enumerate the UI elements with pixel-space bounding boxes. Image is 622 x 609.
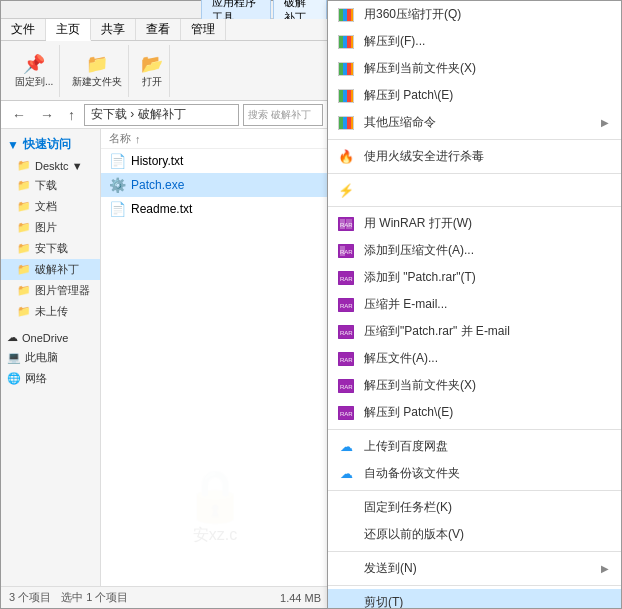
extractf-icon: [336, 34, 356, 50]
cm-sendto[interactable]: 发送到(N) ▶: [328, 555, 621, 582]
svg-rect-2: [343, 9, 347, 21]
tab-file[interactable]: 文件: [1, 19, 46, 40]
sidebar-item-thispc[interactable]: 💻 此电脑: [1, 347, 100, 368]
ribbon-toolbar: 📌 固定到... 📁 新建文件夹 📂 打开: [1, 41, 329, 101]
svg-rect-16: [339, 90, 343, 102]
svg-rect-24: [351, 117, 353, 129]
sidebar-item-pictures[interactable]: 📁 图片: [1, 217, 100, 238]
cm-extractpatch[interactable]: 解压到 Patch\(E): [328, 82, 621, 109]
tab-home[interactable]: 主页: [46, 19, 91, 41]
context-menu: 用360压缩打开(Q) 解压到(F)... 解压到当前文件夹(X): [327, 0, 622, 609]
cm-firesec[interactable]: 🔥 使用火绒安全进行杀毒: [328, 143, 621, 170]
forward-button[interactable]: →: [35, 105, 59, 125]
cm-sep5: [328, 490, 621, 491]
sidebar-item-onedrive[interactable]: ☁ OneDrive: [1, 328, 100, 347]
item-count: 3 个项目: [9, 590, 51, 605]
sidebar-quick-access[interactable]: ▼ 快速访问: [1, 133, 100, 156]
sidebar-item-anxz[interactable]: 📁 安下载: [1, 238, 100, 259]
cm-extractcurrent2[interactable]: RAR 解压到当前文件夹(X): [328, 372, 621, 399]
svg-rect-21: [339, 117, 343, 129]
unuploaded-folder-icon: 📁: [17, 305, 31, 318]
svg-text:RAR: RAR: [340, 303, 353, 309]
extra-tabs-bar: 应用程序工具 破解补丁: [1, 1, 329, 19]
watermark-icon: 🔒: [184, 467, 246, 525]
svg-rect-18: [347, 90, 351, 102]
cm-compressemail[interactable]: RAR 压缩并 E-mail...: [328, 291, 621, 318]
cm-baidu[interactable]: ☁ 上传到百度网盘: [328, 433, 621, 460]
sidebar-item-network[interactable]: 🌐 网络: [1, 368, 100, 389]
tab-share[interactable]: 共享: [91, 19, 136, 40]
cm-extractpatch2[interactable]: RAR 解压到 Patch\(E): [328, 399, 621, 426]
sidebar-item-patch[interactable]: 📁 破解补丁: [1, 259, 100, 280]
cm-extractf[interactable]: 解压到(F)...: [328, 28, 621, 55]
file-item-history[interactable]: 📄 History.txt: [101, 149, 329, 173]
svg-rect-1: [339, 9, 343, 21]
cm-sep4: [328, 429, 621, 430]
ribbon-group-clipboard: 📌 固定到...: [9, 45, 60, 97]
documents-folder-icon: 📁: [17, 200, 31, 213]
cm-sep7: [328, 585, 621, 586]
cm-unzip360open[interactable]: 用360压缩打开(Q): [328, 1, 621, 28]
cm-othercmd[interactable]: 其他压缩命令 ▶: [328, 109, 621, 136]
tab-manage[interactable]: 管理: [181, 19, 226, 40]
cm-compresspatchemail[interactable]: RAR 压缩到"Patch.rar" 并 E-mail: [328, 318, 621, 345]
cm-sep2: [328, 173, 621, 174]
svg-text:RAR: RAR: [340, 357, 353, 363]
zip360-icon: [336, 7, 356, 23]
search-box[interactable]: 搜索 破解补丁: [243, 104, 323, 126]
content-area: ▼ 快速访问 📁 Desktc ▼ 📁 下载 📁 文档 📁 图片 📁 安下: [1, 129, 329, 586]
cm-restore[interactable]: 还原以前的版本(V): [328, 521, 621, 548]
tab-view[interactable]: 查看: [136, 19, 181, 40]
extractpatch2-icon: RAR: [336, 405, 356, 421]
computer-icon: 💻: [7, 351, 21, 364]
cm-winraropen[interactable]: RAR 用 WinRAR 打开(W): [328, 210, 621, 237]
sidebar-item-unuploaded[interactable]: 📁 未上传: [1, 301, 100, 322]
cm-extractcurrent[interactable]: 解压到当前文件夹(X): [328, 55, 621, 82]
svg-rect-8: [347, 36, 351, 48]
pin-taskbar-icon: [336, 500, 356, 516]
pin-icon: 📌: [23, 53, 45, 75]
svg-rect-11: [339, 63, 343, 75]
cm-forceload[interactable]: ⚡: [328, 177, 621, 203]
txt2-icon: 📄: [109, 201, 125, 217]
svg-rect-9: [351, 36, 353, 48]
txt-icon: 📄: [109, 153, 125, 169]
address-bar: ← → ↑ 安下载 › 破解补丁 搜索 破解补丁: [1, 101, 329, 129]
svg-rect-7: [343, 36, 347, 48]
extractpatch-icon: [336, 88, 356, 104]
cm-extracta[interactable]: RAR 解压文件(A)...: [328, 345, 621, 372]
sidebar-item-desktop[interactable]: 📁 Desktc ▼: [1, 156, 100, 175]
back-button[interactable]: ←: [7, 105, 31, 125]
cm-autobackup[interactable]: ☁ 自动备份该文件夹: [328, 460, 621, 487]
sidebar-item-documents[interactable]: 📁 文档: [1, 196, 100, 217]
file-item-readme[interactable]: 📄 Readme.txt: [101, 197, 329, 221]
watermark: 🔒 安xz.c: [184, 467, 246, 546]
address-path[interactable]: 安下载 › 破解补丁: [84, 104, 239, 126]
sidebar-item-downloads[interactable]: 📁 下载: [1, 175, 100, 196]
exe-icon: ⚙️: [109, 177, 125, 193]
ribbon-tabs: 文件 主页 共享 查看 管理: [1, 19, 329, 41]
autobackup-icon: ☁: [336, 466, 356, 482]
svg-rect-3: [347, 9, 351, 21]
onedrive-icon: ☁: [7, 331, 18, 344]
cm-sep3: [328, 206, 621, 207]
svg-text:RAR: RAR: [340, 276, 353, 282]
svg-rect-19: [351, 90, 353, 102]
svg-text:RAR: RAR: [340, 222, 353, 228]
cm-pintotaskbar[interactable]: 固定到任务栏(K): [328, 494, 621, 521]
addzip-icon: RAR: [336, 243, 356, 259]
cm-addzip[interactable]: RAR 添加到压缩文件(A)...: [328, 237, 621, 264]
selected-count: 选中 1 个项目: [61, 590, 128, 605]
file-list-header: 名称 ↑: [101, 129, 329, 149]
restore-icon: [336, 527, 356, 543]
cm-cut[interactable]: 剪切(T): [328, 589, 621, 609]
sendto-icon: [336, 561, 356, 577]
patch-folder-icon: 📁: [17, 263, 31, 276]
status-bar: 3 个项目 选中 1 个项目 1.44 MB: [1, 586, 329, 608]
sidebar-item-imgmgr[interactable]: 📁 图片管理器: [1, 280, 100, 301]
cm-addpatchrar[interactable]: RAR 添加到 "Patch.rar"(T): [328, 264, 621, 291]
svg-rect-23: [347, 117, 351, 129]
file-item-patch[interactable]: ⚙️ Patch.exe: [101, 173, 329, 197]
up-button[interactable]: ↑: [63, 105, 80, 125]
cm-sep1: [328, 139, 621, 140]
